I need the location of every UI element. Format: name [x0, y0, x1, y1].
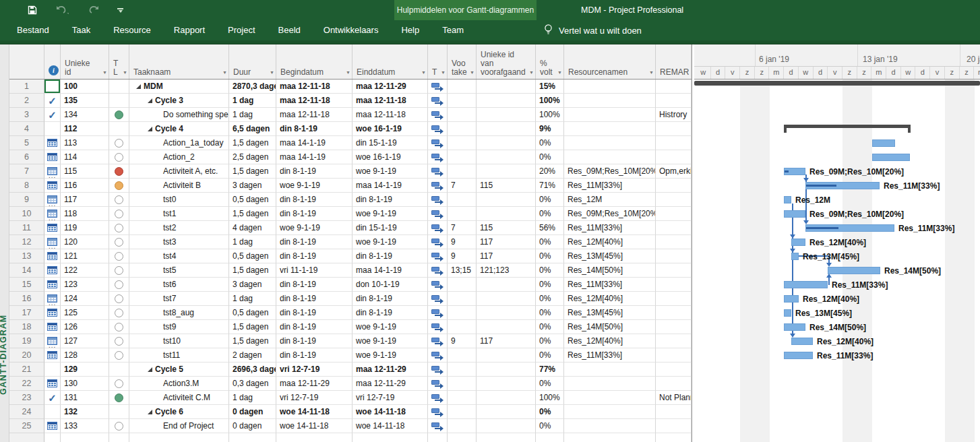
cell-remarks[interactable]: Not Planned	[656, 391, 692, 405]
cell-remarks[interactable]	[656, 362, 692, 377]
redo-icon[interactable]	[86, 5, 100, 15]
cell-duur[interactable]: 3 dagen	[229, 179, 276, 193]
cell-remarks[interactable]	[656, 221, 692, 235]
undo-icon[interactable]	[55, 5, 69, 15]
cell-resources[interactable]: Res_12M[40%]	[564, 235, 656, 249]
cell-begin[interactable]: vri 12-7-19	[276, 391, 353, 405]
cell-name[interactable]: Action_1a_today	[129, 136, 229, 150]
cell-uidvoor[interactable]: 117	[477, 334, 536, 348]
cell-eind[interactable]: woe 9-1-19	[353, 235, 428, 249]
cell-name[interactable]: tst3	[129, 235, 229, 249]
cell-pct[interactable]: 0%	[536, 292, 564, 306]
customize-qat-icon[interactable]	[117, 8, 123, 13]
cell-begin[interactable]: woe 9-1-19	[276, 221, 353, 235]
cell-uid[interactable]: 126	[61, 320, 109, 334]
column-header-remarks[interactable]: REMAR	[656, 44, 692, 79]
cell-uidvoor[interactable]	[477, 94, 536, 108]
cell-info[interactable]	[44, 179, 61, 193]
cell-info[interactable]	[44, 263, 61, 278]
cell-name[interactable]: Action_2	[129, 150, 229, 164]
cell-uid[interactable]: 115	[61, 164, 109, 179]
cell-mode[interactable]	[428, 249, 448, 263]
cell-eind[interactable]: maa 14-1-19	[353, 179, 428, 193]
cell-voortaken[interactable]	[448, 362, 477, 377]
cell-duur[interactable]: 1,5 dagen	[229, 136, 276, 150]
cell-eind[interactable]: din 8-1-19	[353, 249, 428, 263]
cell-pct[interactable]: 0%	[536, 405, 564, 419]
cell-uidvoor[interactable]	[477, 108, 536, 122]
cell-pct[interactable]: 0%	[536, 348, 564, 362]
cell-uidvoor[interactable]	[477, 164, 536, 179]
cell-remarks[interactable]	[656, 419, 692, 433]
cell-remarks[interactable]	[656, 235, 692, 249]
cell-eind[interactable]: din 15-1-19	[353, 221, 428, 235]
cell-eind[interactable]: maa 12-11-29	[353, 377, 428, 391]
cell-duur[interactable]: 1,5 dagen	[229, 320, 276, 334]
cell-uidvoor[interactable]	[477, 377, 536, 391]
cell-voortaken[interactable]	[448, 348, 477, 362]
column-header-mode[interactable]: T▼	[428, 44, 448, 79]
cell-remarks[interactable]	[656, 179, 692, 193]
cell-mode[interactable]	[428, 306, 448, 320]
cell-begin[interactable]: din 8-1-19	[276, 292, 353, 306]
cell-resources[interactable]	[564, 94, 656, 108]
cell-info[interactable]: ✓	[44, 94, 61, 108]
task-bar[interactable]	[872, 139, 895, 147]
task-bar[interactable]	[784, 295, 799, 303]
task-bar[interactable]	[872, 154, 910, 161]
cell-eind[interactable]	[353, 433, 428, 442]
cell-uid[interactable]: 124	[61, 292, 109, 306]
cell-eind[interactable]: maa 12-11-18	[353, 108, 428, 122]
task-bar[interactable]	[828, 267, 880, 274]
cell-name[interactable]: Do something spec.	[129, 108, 229, 122]
expand-triangle-icon[interactable]	[136, 84, 141, 89]
expand-triangle-icon[interactable]	[148, 98, 152, 103]
cell-eind[interactable]: don 10-1-19	[353, 278, 428, 292]
cell-voortaken[interactable]	[448, 391, 477, 405]
cell-mode[interactable]	[428, 179, 448, 193]
cell-mode[interactable]	[428, 405, 448, 419]
cell-uidvoor[interactable]: 115	[477, 179, 536, 193]
cell-voortaken[interactable]	[448, 419, 477, 433]
cell-pct[interactable]: 20%	[536, 164, 564, 179]
cell-tl[interactable]	[109, 334, 129, 348]
cell-mode[interactable]	[428, 278, 448, 292]
column-header-resources[interactable]: Resourcenamen▼	[564, 44, 656, 79]
task-bar[interactable]	[784, 309, 791, 317]
tell-me-box[interactable]: Vertel wat u wilt doen	[543, 20, 642, 40]
cell-info[interactable]	[44, 419, 61, 433]
cell-voortaken[interactable]	[448, 108, 477, 122]
cell-begin[interactable]: woe 14-11-18	[276, 419, 353, 433]
cell-eind[interactable]: woe 14-11-18	[353, 405, 428, 419]
cell-uid[interactable]: 132	[61, 405, 109, 419]
cell-resources[interactable]: Res_13M[45%]	[564, 249, 656, 263]
column-header-uidvoor[interactable]: Unieke idvanvoorafgaand▼	[477, 44, 536, 79]
cell-info[interactable]	[44, 377, 61, 391]
filter-arrow-icon[interactable]: ▼	[557, 68, 562, 77]
cell-resources[interactable]	[564, 362, 656, 377]
cell-uid[interactable]: 119	[61, 221, 109, 235]
cell-remarks[interactable]	[656, 348, 692, 362]
tab-bestand[interactable]: Bestand	[5, 20, 61, 40]
cell-pct[interactable]: 0%	[536, 235, 564, 249]
cell-name[interactable]: Cycle 3	[129, 94, 229, 108]
cell-tl[interactable]	[109, 235, 129, 249]
cell-name[interactable]	[129, 433, 229, 442]
cell-tl[interactable]	[109, 391, 129, 405]
cell-pct[interactable]: 71%	[536, 179, 564, 193]
cell-name[interactable]: Activiteit C.M	[129, 391, 229, 405]
cell-uid[interactable]: 118	[61, 207, 109, 221]
cell-voortaken[interactable]	[448, 193, 477, 207]
cell-mode[interactable]	[428, 80, 448, 94]
cell-tl[interactable]	[109, 249, 129, 263]
cell-eind[interactable]: woe 9-1-19	[353, 348, 428, 362]
cell-uid[interactable]: 112	[61, 122, 109, 136]
column-header-voortaken[interactable]: Vootake▼	[448, 44, 477, 79]
cell-uid[interactable]	[61, 433, 109, 442]
expand-triangle-icon[interactable]	[148, 410, 152, 414]
filter-arrow-icon[interactable]: ▼	[649, 68, 654, 77]
cell-info[interactable]	[44, 433, 61, 442]
cell-uid[interactable]: 122	[61, 263, 109, 278]
cell-pct[interactable]: 0%	[536, 207, 564, 221]
cell-voortaken[interactable]	[448, 94, 477, 108]
